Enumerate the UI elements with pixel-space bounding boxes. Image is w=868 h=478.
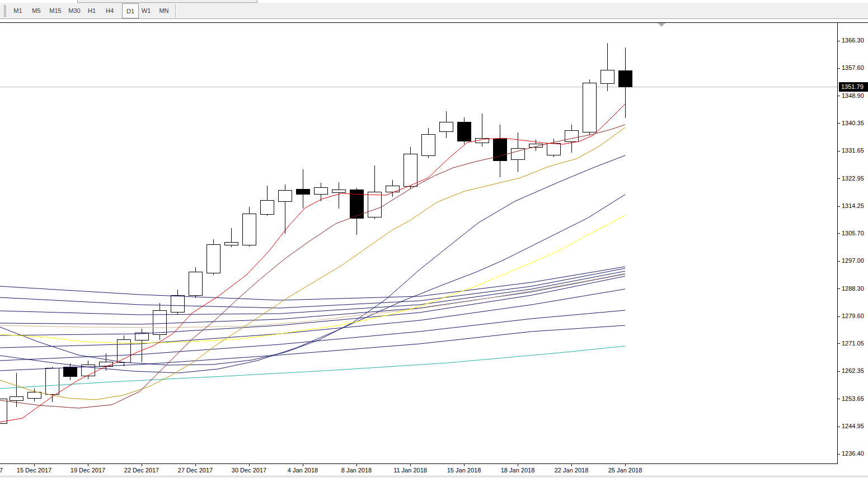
candle-body-bull (171, 295, 185, 312)
price-tick-label: 1271.05 (842, 340, 864, 347)
ema-fan-8-line (0, 325, 625, 371)
ema-fan-5-line (0, 276, 625, 335)
date-tick-label: 8 Jan 2018 (341, 467, 372, 474)
candle (28, 389, 41, 401)
candle-body-bear (64, 367, 77, 376)
candle-body-bull (46, 368, 59, 394)
current-price-label: 1351.79 (839, 82, 868, 92)
candle-body-bull (440, 122, 453, 131)
candle-body-bull (82, 365, 95, 376)
candle-body-bull (547, 143, 561, 155)
chart-canvas[interactable] (0, 0, 868, 478)
date-tick-label: 30 Dec 2017 (232, 467, 266, 474)
price-tick-label: 1288.30 (842, 285, 864, 292)
candle-body-bull (601, 70, 614, 83)
candle (171, 290, 185, 314)
candle-body-bear (619, 70, 632, 87)
candle (458, 117, 471, 144)
candle-body-bear (458, 122, 471, 141)
date-tick-label: 27 Dec 2017 (178, 467, 213, 474)
price-tick-label: 1236.40 (842, 450, 864, 457)
candle-body-bull (10, 396, 24, 400)
candle-body-bull (0, 399, 7, 423)
price-tick-label: 1348.90 (842, 92, 864, 99)
date-tick-label: 18 Jan 2018 (501, 467, 535, 474)
price-tick-label: 1279.60 (842, 313, 864, 319)
mt4-chart-window: M1M5M15M30H1H4D1W1MN 1366.301357.601348.… (0, 0, 868, 478)
chart-shift-marker-icon[interactable] (658, 23, 665, 27)
candle-body-bull (368, 192, 382, 217)
ema-mid-a-line (0, 155, 625, 365)
price-tick-label: 1366.30 (842, 37, 864, 44)
candle (440, 111, 453, 138)
candle (225, 228, 238, 247)
price-tick-label: 1314.25 (842, 202, 864, 209)
candle (261, 186, 274, 216)
price-tick-label: 1305.70 (842, 230, 864, 236)
candle (315, 183, 328, 201)
price-tick-label: 1297.00 (842, 257, 864, 264)
candle-body-bull (225, 242, 238, 245)
candle (583, 79, 597, 135)
candle-body-bull (243, 214, 256, 245)
candle-body-bull (315, 187, 328, 194)
window-bottom-edge (0, 476, 868, 478)
candle (422, 128, 435, 158)
date-tick-label: 4 Jan 2018 (288, 467, 318, 474)
candle-body-bull (422, 134, 435, 155)
candle (350, 188, 364, 235)
date-tick-label: 22 Dec 2017 (124, 467, 159, 474)
time-axis[interactable]: 715 Dec 201719 Dec 201722 Dec 201727 Dec… (0, 465, 838, 476)
date-tick-label: 15 Jan 2018 (447, 467, 481, 474)
date-tick-label: 11 Jan 2018 (393, 467, 427, 474)
ema-fan-7-line (0, 310, 625, 361)
date-tick-label: 7 (0, 467, 3, 474)
candle (494, 125, 507, 177)
price-tick-label: 1357.60 (842, 64, 864, 71)
candle (279, 184, 292, 234)
candle (207, 239, 220, 275)
candle-body-bull (28, 392, 41, 398)
date-tick-label: 22 Jan 2018 (555, 467, 589, 474)
candle-body-bull (189, 272, 203, 295)
ema-fan-2-line (0, 268, 625, 308)
candle (476, 113, 489, 146)
ema-goldenrod-line (0, 127, 625, 400)
candle-body-bear (297, 189, 310, 194)
ema-fan-6-line (0, 289, 625, 348)
price-tick-label: 1322.95 (842, 175, 864, 182)
candle-body-bull (207, 244, 220, 273)
candle (82, 361, 95, 379)
candle-body-bull (261, 200, 274, 214)
candle (243, 207, 256, 247)
candle-body-bull (404, 154, 417, 186)
date-tick-label: 19 Dec 2017 (71, 467, 105, 474)
candle (404, 147, 417, 188)
candle (297, 169, 310, 209)
price-tick-label: 1340.35 (842, 120, 864, 126)
price-tick-label: 1262.35 (842, 367, 864, 374)
date-tick-label: 15 Dec 2017 (17, 467, 51, 474)
ema-mid-b-line (0, 195, 625, 373)
candle (64, 363, 77, 380)
candle (153, 303, 167, 340)
ema-fan-3-line (0, 271, 625, 315)
candle (601, 43, 614, 91)
candle (0, 399, 7, 423)
candle-body-bull (565, 130, 579, 141)
price-tick-label: 1244.95 (842, 423, 864, 429)
date-tick-label: 25 Jan 2018 (608, 467, 642, 474)
candle-body-bull (153, 310, 167, 334)
candle-body-bull (279, 190, 292, 201)
candle (189, 267, 203, 298)
ema-tan-line (0, 273, 625, 328)
price-tick-label: 1331.65 (842, 147, 864, 154)
price-tick-label: 1253.65 (842, 395, 864, 402)
candle (619, 48, 632, 118)
candle-body-bull (583, 83, 597, 132)
candle-body-bull (332, 190, 346, 192)
